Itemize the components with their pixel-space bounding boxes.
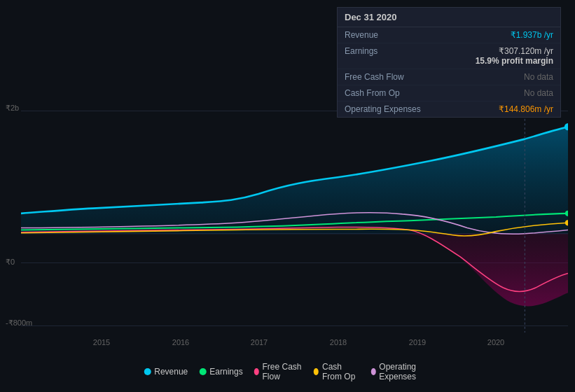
- x-label-2017: 2017: [251, 338, 268, 346]
- legend-label-revenue: Revenue: [154, 367, 188, 377]
- y-label-0: ₹0: [6, 258, 15, 267]
- legend-dot-opex: [370, 368, 375, 375]
- legend-label-fcf: Free Cash Flow: [262, 362, 303, 382]
- chart-area: [21, 102, 568, 332]
- tooltip-row-opex: Operating Expenses ₹144.806m /yr: [338, 102, 560, 117]
- legend-revenue[interactable]: Revenue: [144, 367, 188, 377]
- tooltip-row-cashfromop: Cash From Op No data: [338, 85, 560, 102]
- x-label-2018: 2018: [330, 338, 347, 346]
- tooltip-label-earnings: Earnings: [345, 46, 429, 56]
- chart-svg: [21, 102, 568, 332]
- tooltip-label-fcf: Free Cash Flow: [345, 72, 429, 82]
- tooltip-value-earnings: ₹307.120m /yr 15.9% profit margin: [476, 46, 553, 66]
- legend-label-opex: Operating Expenses: [379, 362, 431, 382]
- tooltip-label-opex: Operating Expenses: [345, 104, 429, 114]
- tooltip-title: Dec 31 2020: [338, 8, 560, 27]
- tooltip-row-earnings: Earnings ₹307.120m /yr 15.9% profit marg…: [338, 43, 560, 69]
- legend-opex[interactable]: Operating Expenses: [370, 362, 431, 382]
- profit-margin: 15.9% profit margin: [476, 56, 553, 66]
- y-label-2b: ₹2b: [6, 104, 19, 113]
- tooltip-value-opex: ₹144.806m /yr: [499, 104, 553, 114]
- tooltip-label-revenue: Revenue: [345, 30, 429, 40]
- legend-dot-earnings: [199, 368, 206, 375]
- legend-label-earnings: Earnings: [209, 367, 242, 377]
- tooltip-row-fcf: Free Cash Flow No data: [338, 69, 560, 85]
- earnings-value: ₹307.120m /yr: [499, 46, 553, 56]
- tooltip-value-fcf: No data: [524, 72, 553, 82]
- x-label-2019: 2019: [409, 338, 426, 346]
- legend-fcf[interactable]: Free Cash Flow: [254, 362, 303, 382]
- legend-earnings[interactable]: Earnings: [199, 367, 242, 377]
- chart-legend: Revenue Earnings Free Cash Flow Cash Fro…: [144, 362, 431, 382]
- chart-container: Dec 31 2020 Revenue ₹1.937b /yr Earnings…: [0, 0, 575, 392]
- x-label-2020: 2020: [487, 338, 504, 346]
- legend-label-cashfromop: Cash From Op: [322, 362, 360, 382]
- legend-dot-cashfromop: [314, 368, 319, 375]
- legend-cashfromop[interactable]: Cash From Op: [314, 362, 359, 382]
- tooltip-box: Dec 31 2020 Revenue ₹1.937b /yr Earnings…: [337, 7, 561, 118]
- tooltip-label-cashfromop: Cash From Op: [345, 88, 429, 98]
- legend-dot-fcf: [254, 368, 259, 375]
- tooltip-row-revenue: Revenue ₹1.937b /yr: [338, 27, 560, 43]
- x-label-2015: 2015: [93, 338, 110, 346]
- tooltip-value-cashfromop: No data: [524, 88, 553, 98]
- legend-dot-revenue: [144, 368, 151, 375]
- tooltip-value-revenue: ₹1.937b /yr: [511, 30, 553, 40]
- neg-area: [395, 234, 568, 307]
- x-label-2016: 2016: [172, 338, 189, 346]
